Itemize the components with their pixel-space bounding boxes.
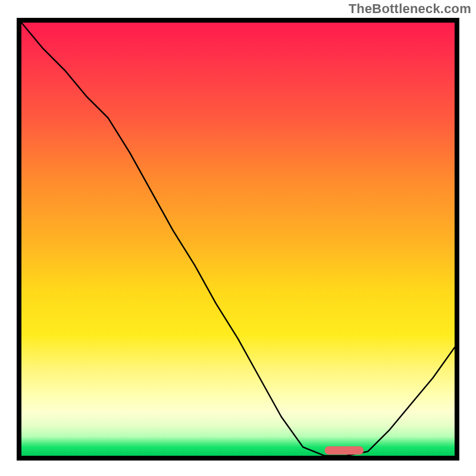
watermark-text: TheBottleneck.com [349,1,471,17]
chart-optimum-marker [21,23,455,456]
chart-frame [17,18,459,461]
svg-rect-0 [325,446,364,455]
chart-plot-area [21,23,455,456]
